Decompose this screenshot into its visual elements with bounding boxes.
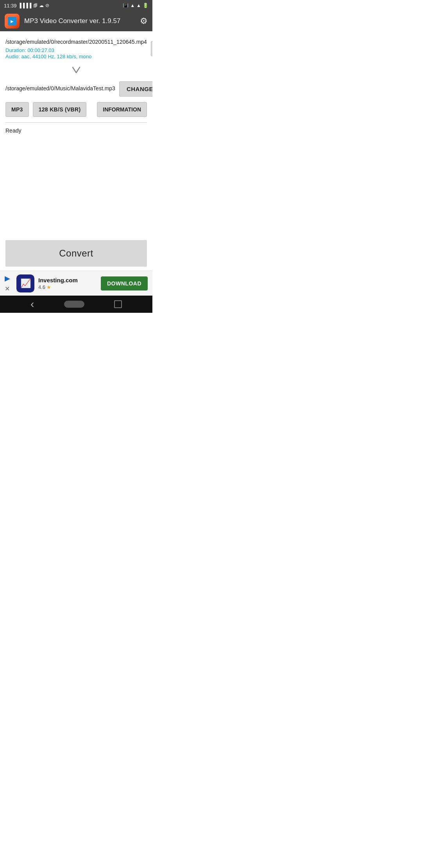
divider <box>5 122 147 123</box>
app-bar: MP3 Video Converter ver. 1.9.57 ⚙ <box>0 11 152 31</box>
select-button[interactable]: SELECT <box>151 41 152 56</box>
down-arrow-svg <box>70 64 82 76</box>
signal-strength-icon: ▲ <box>136 3 141 8</box>
cloud-icon: ☁ <box>39 3 44 8</box>
ad-star-icon: ★ <box>46 284 51 290</box>
ad-app-icon: 📈 <box>16 274 34 292</box>
info-button[interactable]: INFORMATION <box>97 102 147 117</box>
ad-app-name: Investing.com <box>38 277 97 283</box>
battery-icon: 🔋 <box>143 3 148 8</box>
input-file-info: /storage/emulated/0/recordmaster/2020051… <box>5 38 151 59</box>
output-file-path: /storage/emulated/0/Music/MalavidaTest.m… <box>5 85 119 93</box>
signal-icon: ▐▐▐▐ <box>18 3 32 8</box>
wifi-icon: ▲ <box>130 3 135 8</box>
ad-banner: ▶ ✕ 📈 Investing.com 4.6 ★ DOWNLOAD <box>0 271 152 296</box>
home-button[interactable] <box>64 301 84 308</box>
input-file-audio: Audio: aac, 44100 Hz, 128 kb/s, mono <box>5 54 147 59</box>
app-title: MP3 Video Converter ver. 1.9.57 <box>24 17 135 25</box>
status-text: Ready <box>5 126 147 135</box>
input-file-path: /storage/emulated/0/recordmaster/2020051… <box>5 38 147 46</box>
change-button[interactable]: CHANGE <box>119 81 152 97</box>
output-file-row: /storage/emulated/0/Music/MalavidaTest.m… <box>5 81 147 97</box>
ad-app-logo: 📈 <box>20 278 31 289</box>
ad-text: Investing.com 4.6 ★ <box>38 277 97 290</box>
nav-bar: ‹ <box>0 296 152 313</box>
dnd-icon: ⊘ <box>45 3 49 8</box>
format-button[interactable]: MP3 <box>5 102 29 117</box>
app-icon <box>5 14 20 29</box>
ad-play-icon: ▶ <box>5 274 13 283</box>
ad-download-button[interactable]: DOWNLOAD <box>101 276 148 291</box>
back-button[interactable]: ‹ <box>30 298 34 310</box>
ad-close-icon[interactable]: ✕ <box>5 285 13 292</box>
input-file-duration: Duration: 00:00:27.03 <box>5 47 147 53</box>
arrow-down-icon <box>5 61 147 81</box>
bitrate-button[interactable]: 128 KB/S (VBR) <box>33 102 87 117</box>
vibrate-icon: 📳 <box>123 3 129 8</box>
settings-icon[interactable]: ⚙ <box>140 16 148 26</box>
app-icon-inner <box>8 17 16 25</box>
convert-button[interactable]: Convert <box>5 240 147 267</box>
spacer <box>5 135 147 240</box>
ad-rating-value: 4.6 <box>38 284 45 290</box>
main-content: /storage/emulated/0/recordmaster/2020051… <box>0 31 152 271</box>
ad-rating: 4.6 ★ <box>38 284 97 290</box>
input-file-row: /storage/emulated/0/recordmaster/2020051… <box>5 38 147 59</box>
notification-icon: 🗐 <box>33 3 38 8</box>
format-row: MP3 128 KB/S (VBR) INFORMATION <box>5 102 147 117</box>
status-time: 11:39 <box>4 3 17 9</box>
status-bar: 11:39 ▐▐▐▐ 🗐 ☁ ⊘ 📳 ▲ ▲ 🔋 <box>0 0 152 11</box>
recents-button[interactable] <box>114 300 122 308</box>
